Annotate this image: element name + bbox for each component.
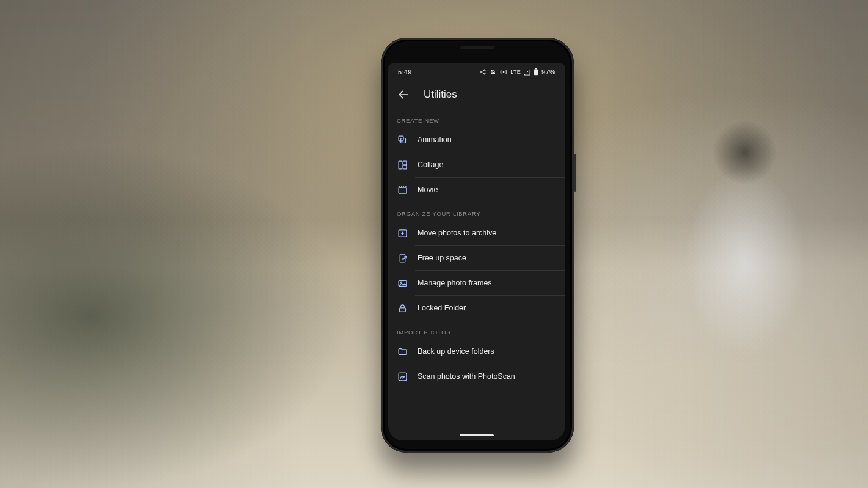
photoscan-icon — [397, 371, 408, 382]
signal-icon — [524, 69, 530, 76]
svg-line-3 — [482, 71, 484, 72]
app-bar: Utilities — [388, 81, 565, 109]
svg-rect-12 — [399, 161, 402, 169]
row-label: Movie — [418, 185, 438, 194]
animation-icon — [397, 134, 408, 145]
svg-point-2 — [484, 73, 485, 74]
row-archive[interactable]: Move photos to archive — [388, 221, 565, 245]
hotspot-icon — [500, 68, 507, 76]
row-label: Scan photos with PhotoScan — [418, 372, 515, 381]
row-photoscan[interactable]: Scan photos with PhotoScan — [388, 364, 565, 389]
svg-rect-15 — [399, 187, 407, 193]
row-locked-folder[interactable]: Locked Folder — [388, 296, 565, 320]
row-label: Free up space — [418, 254, 466, 262]
svg-point-23 — [402, 376, 403, 378]
status-right: LTE 97% — [479, 68, 555, 76]
network-label: LTE — [510, 70, 521, 75]
svg-rect-21 — [399, 307, 405, 311]
row-backup-folders[interactable]: Back up device folders — [388, 339, 565, 364]
row-photo-frames[interactable]: Manage photo frames — [388, 271, 565, 295]
status-bar: 5:49 — [388, 63, 565, 81]
row-label: Back up device folders — [418, 347, 494, 356]
row-label: Locked Folder — [418, 304, 466, 312]
row-free-up-space[interactable]: Free up space — [388, 246, 565, 270]
svg-line-4 — [482, 73, 484, 74]
svg-rect-14 — [403, 165, 407, 169]
svg-rect-13 — [403, 161, 407, 165]
gesture-nav-pill — [460, 434, 494, 436]
battery-percent: 97% — [541, 69, 555, 76]
gesture-nav-bar[interactable] — [388, 429, 565, 440]
lock-icon — [397, 303, 408, 314]
back-arrow-icon — [397, 88, 410, 101]
status-time: 5:49 — [398, 68, 412, 76]
row-label: Animation — [418, 135, 452, 144]
photo-frame-icon — [397, 278, 408, 289]
phone-screen: 5:49 — [388, 63, 565, 440]
row-label: Collage — [418, 160, 443, 169]
row-animation[interactable]: Animation — [388, 127, 565, 152]
svg-point-0 — [480, 71, 482, 73]
section-header-organize: ORGANIZE YOUR LIBRARY — [388, 202, 565, 221]
collage-icon — [397, 159, 408, 170]
back-button[interactable] — [397, 88, 410, 101]
svg-point-6 — [503, 71, 504, 73]
svg-rect-7 — [534, 70, 538, 76]
content-scroll[interactable]: CREATE NEW Animation — [388, 109, 565, 429]
share-icon — [479, 68, 486, 76]
battery-icon — [533, 68, 538, 76]
phone-side-button — [574, 154, 576, 192]
row-label: Manage photo frames — [418, 279, 492, 287]
folder-icon — [397, 346, 408, 357]
row-collage[interactable]: Collage — [388, 152, 565, 177]
section-header-create-new: CREATE NEW — [388, 109, 565, 127]
archive-icon — [397, 228, 408, 239]
row-label: Move photos to archive — [418, 229, 496, 237]
row-movie[interactable]: Movie — [388, 178, 565, 202]
svg-point-1 — [484, 70, 485, 71]
page-title: Utilities — [424, 88, 457, 101]
free-space-icon — [397, 253, 408, 264]
phone-frame: 5:49 — [381, 38, 574, 453]
section-header-import: IMPORT PHOTOS — [388, 320, 565, 339]
phone-earpiece — [460, 46, 494, 49]
svg-rect-8 — [535, 68, 537, 70]
background-scene: 5:49 — [0, 0, 868, 488]
dnd-icon — [490, 68, 497, 76]
movie-icon — [397, 184, 408, 195]
